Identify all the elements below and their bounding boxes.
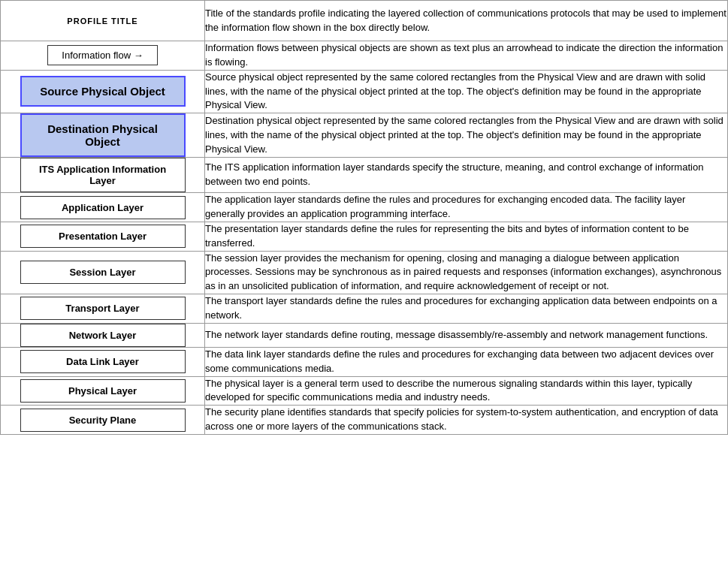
right-cell-data-link-layer: The data link layer standards define the… bbox=[205, 347, 728, 376]
table-row: Data Link LayerThe data link layer stand… bbox=[1, 347, 728, 376]
right-cell-security-plane: The security plane identifies standards … bbox=[205, 406, 728, 435]
right-cell-profile-title: Title of the standards profile indicatin… bbox=[205, 1, 728, 41]
left-cell-session-layer: Session Layer bbox=[1, 251, 205, 294]
left-cell-network-layer: Network Layer bbox=[1, 323, 205, 347]
table-row: Security PlaneThe security plane identif… bbox=[1, 406, 728, 435]
left-cell-application-layer: Application Layer bbox=[1, 193, 205, 222]
right-cell-transport-layer: The transport layer standards define the… bbox=[205, 294, 728, 324]
right-cell-session-layer: The session layer provides the mechanism… bbox=[205, 251, 728, 294]
right-cell-network-layer: The network layer standards define routi… bbox=[205, 323, 728, 347]
left-cell-presentation-layer: Presentation Layer bbox=[1, 222, 205, 251]
left-cell-data-link-layer: Data Link Layer bbox=[1, 347, 205, 376]
table-row: Source Physical ObjectSource physical ob… bbox=[1, 70, 728, 113]
layer-box-presentation-layer: Presentation Layer bbox=[20, 225, 186, 248]
layer-box-session-layer: Session Layer bbox=[20, 261, 186, 284]
profile-title-label: PROFILE TITLE bbox=[67, 17, 137, 26]
right-cell-source-physical-object: Source physical object represented by th… bbox=[205, 70, 728, 113]
left-cell-profile-title: PROFILE TITLE bbox=[1, 1, 205, 41]
layer-box-transport-layer: Transport Layer bbox=[20, 297, 186, 320]
right-cell-information-flow: Information flows between physical objec… bbox=[205, 41, 728, 71]
table-row: ITS Application Information LayerThe ITS… bbox=[1, 158, 728, 193]
info-flow-box: Information flow → bbox=[47, 45, 157, 65]
layer-box-its-application-info: ITS Application Information Layer bbox=[20, 158, 186, 192]
table-row: Physical LayerThe physical layer is a ge… bbox=[1, 376, 728, 406]
table-row: Destination Physical ObjectDestination p… bbox=[1, 113, 728, 158]
table-row: Network LayerThe network layer standards… bbox=[1, 323, 728, 347]
left-cell-transport-layer: Transport Layer bbox=[1, 294, 205, 324]
table-row: Information flow →Information flows betw… bbox=[1, 41, 728, 71]
layer-box-application-layer: Application Layer bbox=[20, 196, 186, 219]
left-cell-source-physical-object: Source Physical Object bbox=[1, 70, 205, 113]
left-cell-information-flow: Information flow → bbox=[1, 41, 205, 71]
right-cell-presentation-layer: The presentation layer standards define … bbox=[205, 222, 728, 251]
right-cell-application-layer: The application layer standards define t… bbox=[205, 193, 728, 222]
destination-physical-object-box: Destination Physical Object bbox=[20, 113, 186, 157]
right-cell-destination-physical-object: Destination physical object represented … bbox=[205, 113, 728, 158]
table-row: Session LayerThe session layer provides … bbox=[1, 251, 728, 294]
table-row: Application LayerThe application layer s… bbox=[1, 193, 728, 222]
table-row: Transport LayerThe transport layer stand… bbox=[1, 294, 728, 324]
left-cell-physical-layer: Physical Layer bbox=[1, 376, 205, 406]
right-cell-physical-layer: The physical layer is a general term use… bbox=[205, 376, 728, 406]
layer-box-security-plane: Security Plane bbox=[20, 409, 186, 432]
layer-box-physical-layer: Physical Layer bbox=[20, 379, 186, 403]
layer-box-network-layer: Network Layer bbox=[20, 324, 186, 347]
right-cell-its-application-info: The ITS application information layer st… bbox=[205, 158, 728, 193]
left-cell-its-application-info: ITS Application Information Layer bbox=[1, 158, 205, 193]
table-row: PROFILE TITLETitle of the standards prof… bbox=[1, 1, 728, 41]
layer-box-data-link-layer: Data Link Layer bbox=[20, 350, 186, 373]
legend-table: PROFILE TITLETitle of the standards prof… bbox=[0, 0, 728, 435]
table-row: Presentation LayerThe presentation layer… bbox=[1, 222, 728, 251]
left-cell-security-plane: Security Plane bbox=[1, 406, 205, 435]
left-cell-destination-physical-object: Destination Physical Object bbox=[1, 113, 205, 158]
source-physical-object-box: Source Physical Object bbox=[20, 76, 186, 107]
